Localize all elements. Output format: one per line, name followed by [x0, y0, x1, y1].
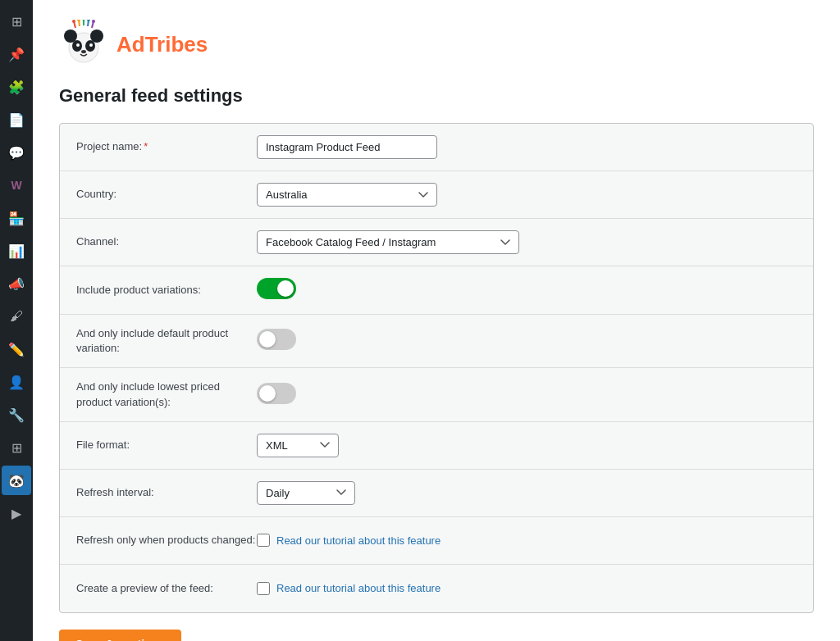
- puzzle-icon[interactable]: 🧩: [2, 72, 31, 102]
- refresh-changed-tutorial-link[interactable]: Read our tutorial about this feature: [276, 534, 441, 547]
- logo-panda-icon: [59, 20, 108, 69]
- blocks-icon[interactable]: ⊞: [2, 433, 31, 462]
- default-variation-label: And only include default product variati…: [76, 326, 257, 356]
- include-variations-control: [257, 278, 797, 302]
- file-format-control: XML CSV TSV: [257, 434, 797, 457]
- pin-icon[interactable]: 📌: [2, 39, 31, 69]
- preview-content: Read our tutorial about this feature: [257, 582, 797, 595]
- woo-icon[interactable]: W: [2, 170, 31, 200]
- preview-checkbox[interactable]: [257, 582, 270, 595]
- file-format-label: File format:: [76, 438, 257, 452]
- page-title: General feed settings: [59, 85, 814, 107]
- svg-point-17: [92, 20, 95, 23]
- user-icon[interactable]: 👤: [2, 367, 31, 397]
- refresh-changed-checkbox[interactable]: [257, 534, 270, 547]
- store-icon[interactable]: 🏪: [2, 203, 31, 233]
- refresh-interval-row: Refresh interval: Daily Hourly Weekly Mo…: [60, 470, 813, 517]
- refresh-interval-select[interactable]: Daily Hourly Weekly Monthly: [257, 481, 355, 505]
- refresh-interval-control: Daily Hourly Weekly Monthly: [257, 481, 797, 505]
- channel-label: Channel:: [76, 234, 257, 249]
- adtribes-sidebar-icon[interactable]: 🐼: [2, 466, 31, 495]
- refresh-changed-content: Read our tutorial about this feature: [257, 534, 797, 547]
- svg-point-13: [72, 20, 75, 23]
- preview-row: Create a preview of the feed: Read our t…: [60, 565, 813, 612]
- country-select[interactable]: Australia United States United Kingdom C…: [257, 183, 437, 207]
- default-variation-toggle-label[interactable]: [257, 329, 296, 350]
- default-variation-toggle-wrapper: [257, 329, 296, 350]
- refresh-interval-label: Refresh interval:: [76, 485, 257, 500]
- lowest-price-row: And only include lowest priced product v…: [60, 368, 813, 421]
- edit-icon[interactable]: ✏️: [2, 334, 31, 364]
- refresh-changed-row: Refresh only when products changed: Read…: [60, 517, 813, 565]
- comment-icon[interactable]: 💬: [2, 138, 31, 167]
- svg-point-6: [89, 43, 93, 47]
- tools-icon[interactable]: 🔧: [2, 400, 31, 430]
- logo-area: AdTribes: [59, 20, 814, 69]
- channel-control: Facebook Catalog Feed / Instagram Google…: [257, 230, 797, 254]
- lowest-price-control: [257, 383, 797, 407]
- country-label: Country:: [76, 187, 257, 202]
- sidebar: ⊞ 📌 🧩 📄 💬 W 🏪 📊 📣 🖌 ✏️ 👤 🔧 ⊞ 🐼 ▶: [0, 0, 33, 641]
- page-icon[interactable]: 📄: [2, 105, 31, 134]
- include-variations-toggle-label[interactable]: [257, 278, 296, 299]
- file-format-row: File format: XML CSV TSV: [60, 422, 813, 470]
- logo-text: AdTribes: [116, 32, 208, 57]
- country-control: Australia United States United Kingdom C…: [257, 183, 797, 207]
- project-name-input[interactable]: [257, 135, 437, 159]
- svg-point-5: [76, 43, 80, 47]
- preview-tutorial-link[interactable]: Read our tutorial about this feature: [276, 582, 441, 594]
- refresh-changed-label: Refresh only when products changed:: [76, 533, 257, 548]
- default-variation-control: [257, 329, 797, 353]
- project-name-label: Project name:*: [76, 139, 257, 154]
- svg-point-16: [87, 20, 90, 21]
- svg-point-15: [82, 20, 85, 20]
- channel-row: Channel: Facebook Catalog Feed / Instagr…: [60, 219, 813, 266]
- preview-control: Read our tutorial about this feature: [257, 582, 797, 595]
- file-format-select[interactable]: XML CSV TSV: [257, 434, 339, 457]
- default-variation-row: And only include default product variati…: [60, 315, 813, 368]
- lowest-price-label: And only include lowest priced product v…: [76, 380, 257, 409]
- dashboard-icon[interactable]: ⊞: [2, 7, 31, 36]
- preview-label: Create a preview of the feed:: [76, 581, 257, 596]
- megaphone-icon[interactable]: 📣: [2, 269, 31, 298]
- project-name-row: Project name:*: [60, 124, 813, 171]
- lowest-price-toggle-wrapper: [257, 383, 296, 404]
- main-content: AdTribes General feed settings Project n…: [33, 0, 840, 641]
- country-row: Country: Australia United States United …: [60, 171, 813, 219]
- settings-card: Project name:* Country: Australia United…: [59, 123, 814, 613]
- save-continue-button[interactable]: Save & continue: [59, 630, 181, 641]
- channel-select[interactable]: Facebook Catalog Feed / Instagram Google…: [257, 230, 519, 254]
- include-variations-row: Include product variations:: [60, 266, 813, 315]
- refresh-changed-control: Read our tutorial about this feature: [257, 534, 797, 547]
- include-variations-label: Include product variations:: [76, 283, 257, 298]
- include-variations-toggle-wrapper: [257, 278, 296, 299]
- chart-icon[interactable]: 📊: [2, 236, 31, 266]
- brush-icon[interactable]: 🖌: [2, 302, 31, 331]
- svg-point-7: [81, 50, 86, 53]
- play-icon[interactable]: ▶: [2, 498, 31, 528]
- svg-point-14: [77, 20, 80, 21]
- lowest-price-toggle-label[interactable]: [257, 383, 296, 404]
- project-name-control: [257, 135, 797, 159]
